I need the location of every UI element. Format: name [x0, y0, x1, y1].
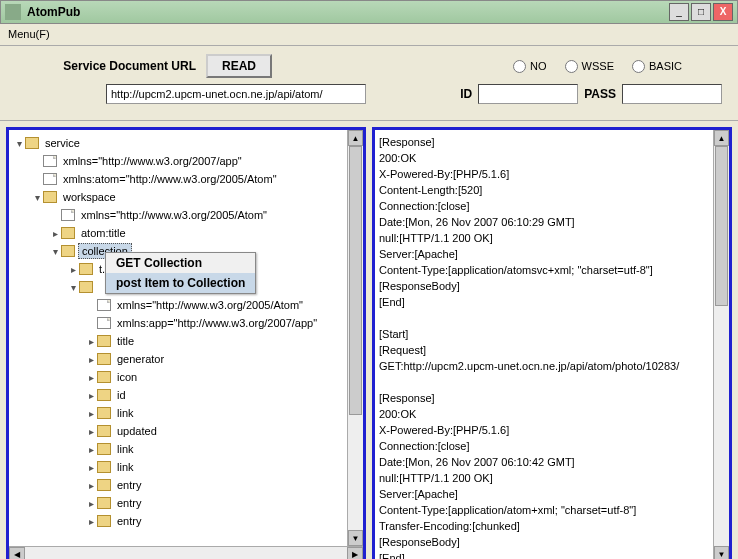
- response-line: [ResponseBody]: [379, 278, 709, 294]
- tree-hscrollbar[interactable]: ◀ ▶: [9, 546, 363, 559]
- response-line: null:[HTTP/1.1 200 OK]: [379, 230, 709, 246]
- folder-icon: [79, 281, 93, 293]
- expand-icon[interactable]: ▾: [31, 192, 43, 203]
- tree-row[interactable]: xmlns="http://www.w3.org/2005/Atom": [13, 296, 343, 314]
- auth-basic-radio[interactable]: BASIC: [632, 60, 682, 73]
- tree-row[interactable]: ▾service: [13, 134, 343, 152]
- expand-icon[interactable]: ▾: [49, 246, 61, 257]
- tree-row[interactable]: ▸entry: [13, 512, 343, 530]
- response-line: Date:[Mon, 26 Nov 2007 06:10:29 GMT]: [379, 214, 709, 230]
- expand-icon[interactable]: ▸: [85, 354, 97, 365]
- close-button[interactable]: X: [713, 3, 733, 21]
- tree-row[interactable]: ▸link: [13, 440, 343, 458]
- tree-row[interactable]: ▸generator: [13, 350, 343, 368]
- ctx-get-collection[interactable]: GET Collection: [106, 253, 255, 273]
- url-input[interactable]: [106, 84, 366, 104]
- folder-icon: [97, 371, 111, 383]
- expand-icon[interactable]: ▸: [85, 462, 97, 473]
- folder-icon: [43, 191, 57, 203]
- response-line: [ResponseBody]: [379, 534, 709, 550]
- tree-row[interactable]: xmlns:app="http://www.w3.org/2007/app": [13, 314, 343, 332]
- expand-icon[interactable]: ▸: [85, 408, 97, 419]
- tree-row[interactable]: ▸title: [13, 332, 343, 350]
- id-input[interactable]: [478, 84, 578, 104]
- read-button[interactable]: READ: [206, 54, 272, 78]
- tree-row[interactable]: ▸atom:title: [13, 224, 343, 242]
- response-line: X-Powered-By:[PHP/5.1.6]: [379, 166, 709, 182]
- scroll-right-icon[interactable]: ▶: [347, 547, 363, 559]
- expand-icon[interactable]: ▸: [85, 372, 97, 383]
- tree-row[interactable]: ▸link: [13, 404, 343, 422]
- expand-icon[interactable]: ▸: [85, 480, 97, 491]
- tree-label: xmlns="http://www.w3.org/2005/Atom": [114, 298, 306, 312]
- response-line: 200:OK: [379, 406, 709, 422]
- tree-row[interactable]: ▾workspace: [13, 188, 343, 206]
- file-icon: [61, 209, 75, 221]
- tree-label: updated: [114, 424, 160, 438]
- tree-row[interactable]: ▸icon: [13, 368, 343, 386]
- tree-row[interactable]: xmlns:atom="http://www.w3.org/2005/Atom": [13, 170, 343, 188]
- auth-wsse-radio[interactable]: WSSE: [565, 60, 614, 73]
- minimize-button[interactable]: _: [669, 3, 689, 21]
- response-line: [379, 374, 709, 390]
- folder-icon: [97, 425, 111, 437]
- scroll-left-icon[interactable]: ◀: [9, 547, 25, 559]
- tree-row[interactable]: xmlns="http://www.w3.org/2005/Atom": [13, 206, 343, 224]
- scroll-down-icon[interactable]: ▼: [714, 546, 729, 559]
- expand-icon[interactable]: ▸: [85, 426, 97, 437]
- file-icon: [97, 317, 111, 329]
- ctx-post-item[interactable]: post Item to Collection: [106, 273, 255, 293]
- tree-row[interactable]: ▸id: [13, 386, 343, 404]
- response-vscrollbar[interactable]: ▲ ▼: [713, 130, 729, 559]
- expand-icon[interactable]: ▸: [85, 444, 97, 455]
- title-bar: AtomPub _ □ X: [0, 0, 738, 24]
- expand-icon[interactable]: ▸: [85, 390, 97, 401]
- response-pane: [Response]200:OKX-Powered-By:[PHP/5.1.6]…: [372, 127, 732, 559]
- folder-icon: [97, 479, 111, 491]
- expand-icon[interactable]: ▾: [13, 138, 25, 149]
- folder-icon: [61, 245, 75, 257]
- response-line: [379, 310, 709, 326]
- tree-view[interactable]: ▾servicexmlns="http://www.w3.org/2007/ap…: [9, 130, 347, 546]
- response-text[interactable]: [Response]200:OKX-Powered-By:[PHP/5.1.6]…: [375, 130, 713, 559]
- expand-icon[interactable]: ▸: [85, 336, 97, 347]
- tree-row[interactable]: ▸entry: [13, 494, 343, 512]
- folder-icon: [97, 335, 111, 347]
- expand-icon[interactable]: ▸: [85, 498, 97, 509]
- maximize-button[interactable]: □: [691, 3, 711, 21]
- expand-icon[interactable]: ▸: [85, 516, 97, 527]
- pass-label: PASS: [584, 87, 616, 101]
- tree-row[interactable]: xmlns="http://www.w3.org/2007/app": [13, 152, 343, 170]
- scroll-up-icon[interactable]: ▲: [714, 130, 729, 146]
- tree-label: workspace: [60, 190, 119, 204]
- response-line: [Request]: [379, 342, 709, 358]
- context-menu: GET Collection post Item to Collection: [105, 252, 256, 294]
- response-line: Transfer-Encoding:[chunked]: [379, 518, 709, 534]
- tree-label: [96, 286, 102, 288]
- scroll-up-icon[interactable]: ▲: [348, 130, 363, 146]
- menu-file[interactable]: Menu(F): [8, 28, 50, 40]
- response-line: 200:OK: [379, 150, 709, 166]
- expand-icon[interactable]: ▸: [49, 228, 61, 239]
- expand-icon[interactable]: ▾: [67, 282, 79, 293]
- window-title: AtomPub: [27, 5, 669, 19]
- response-line: Connection:[close]: [379, 438, 709, 454]
- scroll-down-icon[interactable]: ▼: [348, 530, 363, 546]
- tree-vscrollbar[interactable]: ▲ ▼: [347, 130, 363, 546]
- tree-label: title: [114, 334, 137, 348]
- tree-label: entry: [114, 496, 144, 510]
- folder-icon: [25, 137, 39, 149]
- tree-label: icon: [114, 370, 140, 384]
- tree-row[interactable]: ▸entry: [13, 476, 343, 494]
- response-line: [Start]: [379, 326, 709, 342]
- pass-input[interactable]: [622, 84, 722, 104]
- response-line: X-Powered-By:[PHP/5.1.6]: [379, 422, 709, 438]
- auth-no-radio[interactable]: NO: [513, 60, 547, 73]
- tree-row[interactable]: ▸link: [13, 458, 343, 476]
- expand-icon[interactable]: ▸: [67, 264, 79, 275]
- menu-bar: Menu(F): [0, 24, 738, 46]
- tree-row[interactable]: ▸updated: [13, 422, 343, 440]
- response-line: Content-Length:[520]: [379, 182, 709, 198]
- response-line: Content-Type:[application/atom+xml; "cha…: [379, 502, 709, 518]
- file-icon: [97, 299, 111, 311]
